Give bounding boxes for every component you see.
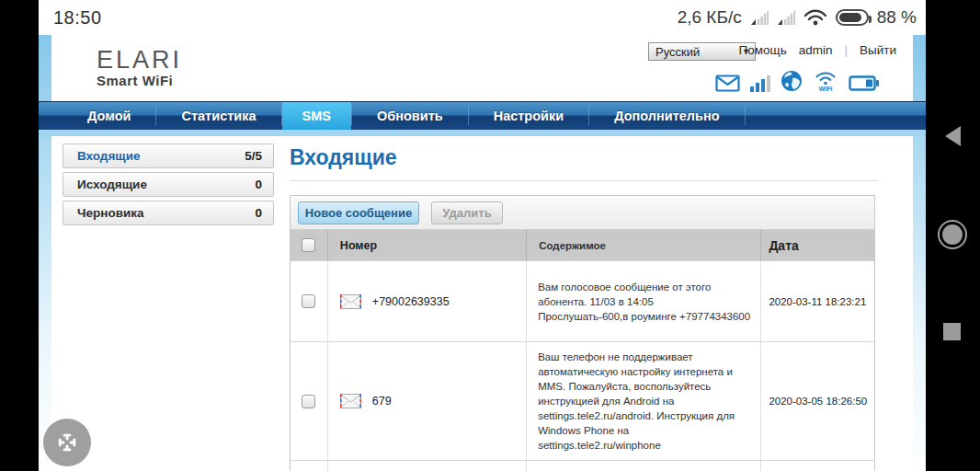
sidebar-item-drafts[interactable]: Черновика 0 <box>63 201 274 225</box>
wifi-icon <box>803 8 827 27</box>
nav-item-sms[interactable]: SMS <box>282 102 351 130</box>
messages-toolbar: Новое сообщение Удалить <box>291 196 874 230</box>
nav-item-label: Дополнительно <box>614 109 719 123</box>
nav-item-settings[interactable]: Настройки <box>469 102 589 130</box>
signal-bars-icon <box>750 75 770 92</box>
mail-icon <box>715 75 740 92</box>
quick-ball-icon <box>55 431 79 454</box>
logo-subtitle: Smart WiFi <box>97 73 182 88</box>
router-status-icons: WiFi <box>715 68 880 92</box>
envelope-icon <box>340 294 361 309</box>
link-divider: | <box>845 43 849 57</box>
recents-icon[interactable] <box>943 323 961 340</box>
assistive-touch-ball[interactable] <box>43 419 91 466</box>
status-time: 18:50 <box>53 7 102 29</box>
delete-button[interactable]: Удалить <box>431 201 503 224</box>
android-navigation-bar <box>926 0 980 471</box>
sidebar-item-outbox[interactable]: Исходящие 0 <box>63 172 274 197</box>
table-row: +79002639335 Вам голосовое сообщение от … <box>291 260 874 341</box>
message-number: +79002639335 <box>372 295 450 308</box>
message-content: Вам голосовое сообщение от этого абонент… <box>538 280 751 324</box>
message-date: 2020-03-05 18:26:50 <box>769 396 867 407</box>
signal-bars-sim2-icon <box>777 10 795 26</box>
signal-bars-sim1-icon <box>750 10 769 26</box>
message-number: 679 <box>372 395 392 408</box>
home-icon[interactable] <box>938 220 967 249</box>
battery-percent: 88 % <box>877 7 917 28</box>
globe-icon <box>781 70 803 92</box>
sidebar-item-label: Черновика <box>77 206 144 220</box>
column-header-content: Содержимое <box>526 230 760 260</box>
nav-divider <box>745 107 746 125</box>
main-nav: Домой Статистика SMS Обновить Настройки … <box>39 101 926 130</box>
nav-item-advanced[interactable]: Дополнительно <box>589 102 744 130</box>
new-message-button[interactable]: Новое сообщение <box>298 201 419 224</box>
sidebar-item-count: 0 <box>255 178 262 191</box>
message-date: 2020-03-11 18:23:21 <box>769 296 866 307</box>
nav-item-update[interactable]: Обновить <box>352 102 468 130</box>
battery-icon <box>836 9 869 26</box>
sidebar-item-count: 5/5 <box>245 149 262 163</box>
back-icon[interactable] <box>945 126 961 146</box>
elari-logo: ELARI Smart WiFi <box>97 47 182 88</box>
table-row <box>291 460 874 471</box>
help-link[interactable]: Помощь <box>739 43 787 57</box>
battery-icon <box>849 75 880 92</box>
sidebar-item-label: Исходящие <box>77 178 147 191</box>
message-content: Ваш телефон не поддерживает автоматическ… <box>538 350 751 453</box>
nav-item-label: SMS <box>302 109 331 123</box>
nav-item-statistics[interactable]: Статистика <box>156 102 280 130</box>
language-selected-value: Русский <box>655 45 700 59</box>
network-speed: 2,6 КБ/с <box>678 7 742 28</box>
wifi-icon-label: WiFi <box>819 86 833 92</box>
messages-panel: Новое сообщение Удалить Номер Содержимое… <box>290 195 875 471</box>
phone-screen: 18:50 2,6 КБ/с 88 % <box>0 0 980 471</box>
table-header-row: Номер Содержимое Дата <box>291 230 874 260</box>
display-cutout <box>0 0 39 471</box>
column-header-date: Дата <box>760 230 874 260</box>
username-label: admin <box>799 43 833 57</box>
column-header-number: Номер <box>327 230 526 260</box>
row-checkbox[interactable] <box>302 294 315 308</box>
row-checkbox[interactable] <box>302 395 315 408</box>
browser-viewport: ELARI Smart WiFi Русский ▼ Помощь admin … <box>39 35 926 471</box>
sidebar-item-inbox[interactable]: Входящие 5/5 <box>63 144 274 168</box>
sidebar-item-count: 0 <box>255 206 262 220</box>
header-links: Помощь admin | Выйти <box>739 43 896 57</box>
status-indicators: 2,6 КБ/с 88 % <box>678 7 917 28</box>
table-row: 679 Ваш телефон не поддерживает автомати… <box>291 341 874 460</box>
nav-item-label: Настройки <box>494 109 564 123</box>
select-all-checkbox[interactable] <box>302 238 315 252</box>
nav-item-label: Статистика <box>181 109 256 123</box>
nav-item-label: Домой <box>87 109 131 123</box>
logout-link[interactable]: Выйти <box>860 43 896 57</box>
sidebar-item-label: Входящие <box>77 149 140 163</box>
nav-item-home[interactable]: Домой <box>63 102 155 130</box>
nav-item-label: Обновить <box>377 109 443 123</box>
status-bar: 18:50 2,6 КБ/с 88 % <box>39 0 926 35</box>
wifi-icon: WiFi <box>813 70 838 92</box>
logo-title: ELARI <box>97 47 182 73</box>
nav-underline <box>39 130 926 136</box>
page-title: Входящие <box>290 145 397 170</box>
envelope-icon <box>340 394 361 408</box>
title-divider <box>290 180 878 181</box>
